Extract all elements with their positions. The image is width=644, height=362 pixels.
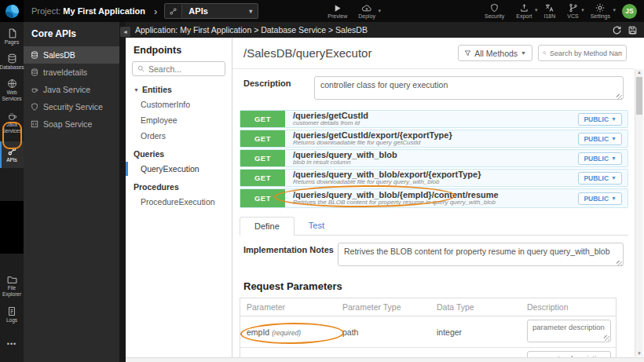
scrollbar-thumb[interactable]	[636, 77, 642, 115]
search-icon	[137, 65, 145, 72]
access-dropdown[interactable]: PUBLIC▼	[578, 113, 622, 126]
endpoint-item-orders[interactable]: Orders	[126, 128, 232, 144]
api-service-security[interactable]: Security Service	[24, 98, 119, 115]
export-icon	[520, 3, 529, 13]
filter-icon	[464, 49, 471, 57]
detail-tabs: Define Test	[240, 217, 628, 236]
method-search[interactable]	[538, 45, 627, 61]
endpoint-row[interactable]: GET /queries/getCustId/export/{exportTyp…	[240, 130, 628, 148]
main-content: /SalesDB/queryExecutor All Methods ▼ Des…	[232, 38, 635, 357]
user-avatar[interactable]: JS	[622, 4, 637, 19]
access-dropdown[interactable]: PUBLIC▼	[578, 133, 622, 145]
endpoint-item-customerinfo[interactable]: CustomerInfo	[126, 97, 232, 112]
column-header: Description	[521, 298, 617, 316]
security-label: Security	[485, 13, 504, 19]
endpoints-search-input[interactable]	[148, 64, 219, 74]
sidebar-item-java-services[interactable]: Java Services	[0, 110, 24, 136]
service-label: Java Service	[43, 85, 90, 94]
tab-define[interactable]: Define	[240, 217, 295, 236]
parameter-description-textarea[interactable]	[527, 320, 611, 342]
endpoints-panel: Endpoints ▼Entities CustomerInfo Employe…	[126, 38, 232, 357]
api-icon	[7, 146, 17, 156]
settings-button[interactable]: Settings ▾	[591, 3, 610, 19]
access-label: PUBLIC	[584, 135, 609, 143]
sidebar-item-logs[interactable]: Logs	[0, 305, 24, 325]
api-service-salesdb[interactable]: SalesDB	[24, 46, 119, 64]
endpoint-row-selected[interactable]: GET /queries/query_with_blob/{empId}/con…	[240, 188, 628, 208]
method-badge: GET	[240, 130, 285, 147]
section-label: Procedures	[134, 182, 179, 192]
refresh-button[interactable]	[612, 25, 622, 35]
endpoint-item-queryexecution[interactable]: QueryExecution	[126, 161, 232, 177]
perspective-dropdown[interactable]: APIs ▾	[164, 3, 258, 19]
rail-label: File Explorer	[0, 285, 24, 298]
section-entities[interactable]: ▼Entities	[126, 79, 232, 97]
play-icon	[333, 4, 342, 13]
i18n-button[interactable]: I18N	[544, 3, 556, 19]
section-queries[interactable]: Queries	[126, 144, 232, 161]
scroll-down-arrow-icon[interactable]: ▼	[635, 351, 643, 356]
parameter-name: empId	[247, 327, 269, 337]
wavemaker-logo[interactable]	[0, 0, 24, 22]
api-service-java[interactable]: Java Service	[24, 81, 119, 98]
export-button[interactable]: Export ▾	[516, 3, 532, 19]
coffee-icon	[31, 86, 38, 93]
access-dropdown[interactable]: PUBLIC▼	[578, 192, 622, 205]
section-procedures[interactable]: Procedures	[126, 177, 232, 194]
vertical-scrollbar[interactable]: ▲ ▼	[635, 69, 643, 357]
collapse-panel-button[interactable]: ◄	[120, 27, 130, 37]
section-label: Entities	[142, 85, 172, 94]
tab-test[interactable]: Test	[295, 217, 338, 235]
i18n-label: I18N	[544, 13, 556, 19]
security-button[interactable]: Security	[485, 3, 504, 19]
deploy-button[interactable]: Deploy ▾	[358, 4, 375, 19]
api-service-traveldetails[interactable]: traveldetails	[24, 64, 119, 81]
method-badge: GET	[240, 150, 285, 166]
api-service-soap[interactable]: Soap Service	[24, 115, 119, 133]
method-filter-dropdown[interactable]: All Methods ▼	[458, 45, 532, 61]
scroll-up-arrow-icon[interactable]: ▲	[635, 70, 643, 75]
column-header: Parameter	[240, 298, 336, 316]
method-search-input[interactable]	[550, 49, 622, 57]
endpoints-search[interactable]	[132, 61, 225, 76]
vcs-button[interactable]: VCS ▾	[567, 3, 578, 19]
chevron-down-icon: ▾	[379, 8, 382, 14]
sidebar-item-file-explorer[interactable]: File Explorer	[0, 273, 24, 299]
sidebar-item-apis[interactable]: APIs	[0, 141, 24, 168]
save-button[interactable]	[628, 25, 638, 35]
breadcrumb: Application: My First Application > Data…	[135, 25, 368, 35]
rail-overflow-button[interactable]: •••	[0, 340, 24, 348]
project-label: Project:My First Application	[31, 6, 145, 16]
access-dropdown[interactable]: PUBLIC▼	[578, 172, 622, 185]
database-icon	[31, 68, 38, 76]
left-rail: Pages Databases Web Services Java Servic…	[0, 22, 24, 362]
description-textarea[interactable]: controller class for query execution	[314, 76, 624, 100]
rail-label: Logs	[6, 317, 17, 324]
panel-collapse-strip	[119, 22, 126, 362]
sidebar-item-pages[interactable]: Pages	[0, 27, 24, 47]
triangle-down-icon: ▼	[134, 87, 139, 93]
description-row: Description controller class for query e…	[243, 76, 624, 103]
endpoint-summary: Retrives the BLOB content for property r…	[293, 199, 570, 207]
sidebar-item-databases[interactable]: Databases	[0, 52, 24, 72]
endpoint-item-procedureexecution[interactable]: ProcedureExecution	[126, 194, 232, 210]
chevron-down-icon: ▼	[611, 196, 617, 201]
deploy-label: Deploy	[358, 13, 375, 19]
endpoint-summary: customer details from id	[293, 120, 570, 127]
project-prefix: Project:	[31, 6, 60, 16]
wavemaker-logo-icon	[5, 5, 19, 18]
table-header-row: Parameter Parameter Type Data Type Descr…	[240, 298, 616, 316]
access-dropdown[interactable]: PUBLIC▼	[578, 152, 622, 165]
endpoint-row[interactable]: GET /queries/query_with_blobblob in resu…	[240, 149, 628, 167]
sidebar-item-web-services[interactable]: Web Services	[0, 77, 24, 104]
chevron-down-icon: ▼	[611, 175, 617, 181]
endpoint-row[interactable]: GET /queries/getCustIdcustomer details f…	[240, 110, 628, 128]
preview-button[interactable]: Preview	[327, 4, 347, 19]
chevron-down-icon: ▾	[535, 7, 538, 13]
endpoint-item-employee[interactable]: Employee	[126, 112, 232, 128]
implementation-notes-textarea[interactable]: Retrives the BLOB content for property r…	[338, 243, 624, 266]
service-label: Soap Service	[43, 119, 92, 129]
table-row: empId(required) path integer	[240, 316, 616, 348]
endpoint-row[interactable]: GET /queries/query_with_blob/export/{exp…	[240, 169, 628, 187]
access-label: PUBLIC	[584, 115, 609, 123]
